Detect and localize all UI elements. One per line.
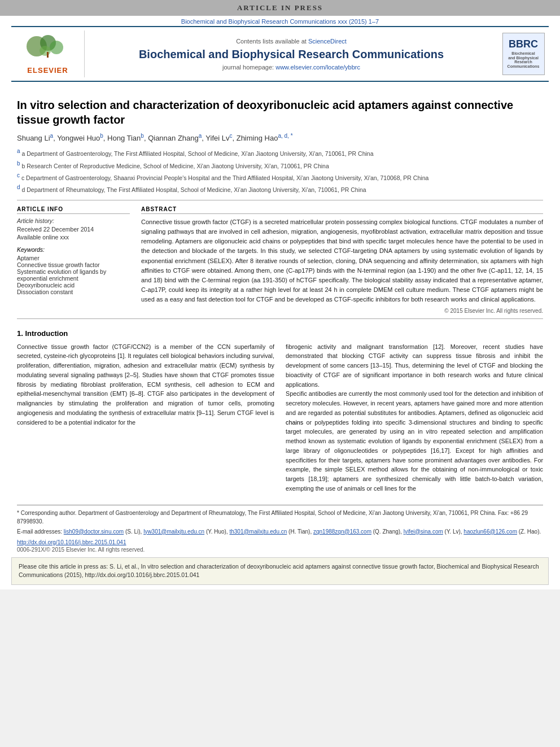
email-yifei[interactable]: lyifei@sina.com: [404, 528, 443, 535]
aff-b: b b Research Center of Reproductive Medi…: [17, 159, 543, 171]
aff-a: a a Department of Gastroenterology, The …: [17, 147, 543, 158]
emails-prefix: E-mail addresses:: [17, 528, 62, 535]
homepage-label: journal homepage:: [222, 64, 274, 71]
email-yongwei[interactable]: lyw301@mailxjtu.edu.cn: [143, 528, 204, 535]
kw-aptamer: Aptamer: [17, 255, 130, 261]
bbrc-logo: BBRC Biochemicaland BiophysicalResearchC…: [502, 33, 545, 75]
journal-title: Biochemical and Biophysical Research Com…: [139, 47, 444, 62]
elsevier-logo-area: ELSEVIER: [11, 30, 85, 77]
intro-right-col: fibrogenic activity and malignant transf…: [286, 342, 543, 493]
article-in-press-banner: ARTICLE IN PRESS: [0, 0, 560, 16]
author-zhiming-sup: a, d, *: [278, 133, 292, 139]
intro-right-p1: fibrogenic activity and malignant transf…: [286, 342, 543, 390]
homepage-link[interactable]: www.elsevier.com/locate/ybbrc: [275, 64, 360, 71]
keywords-label: Keywords:: [17, 246, 130, 253]
received-date: Received 22 December 2014: [17, 226, 130, 233]
author-zhiming: Zhiming Hao: [237, 134, 278, 142]
kw-selex: Systematic evolution of ligands by expon…: [17, 268, 130, 282]
copyright-line: © 2015 Elsevier Inc. All rights reserved…: [141, 308, 543, 314]
author-qiannan: Qiannan Zhang: [148, 134, 199, 142]
aff-d: d d Department of Rheumatology, The Firs…: [17, 183, 543, 194]
journal-reference: Biochemical and Biophysical Research Com…: [0, 16, 560, 26]
author-hong: Hong Tian: [107, 134, 141, 142]
divider-1: [17, 200, 543, 200]
author-yifei: Yifei Lv: [205, 134, 229, 142]
email-line: E-mail addresses: lish09@doctor.sinu.com…: [17, 527, 543, 536]
sciencedirect-line: Contents lists available at ScienceDirec…: [236, 38, 347, 45]
abstract-label: ABSTRACT: [141, 206, 543, 214]
article-title: In vitro selection and characterization …: [17, 98, 543, 127]
author-shuang-sup: a: [50, 133, 54, 139]
intro-right-p2: Specific antibodies are currently the mo…: [286, 389, 543, 493]
abstract-text: Connective tissue growth factor (CTGF) i…: [141, 217, 543, 304]
email-qiannan[interactable]: zqn1988zqn@163.com: [313, 528, 371, 535]
author-yongwei: Yongwei Huo: [57, 134, 100, 142]
email-shuang[interactable]: lish09@doctor.sinu.com: [64, 528, 124, 535]
footnotes: * Corresponding author. Department of Ga…: [17, 505, 543, 536]
issn-line: 0006-291X/© 2015 Elsevier Inc. All right…: [17, 547, 543, 553]
bbrc-subtitle: Biochemicaland BiophysicalResearchCommun…: [508, 51, 540, 69]
article-history: Article history: Received 22 December 20…: [17, 217, 130, 241]
doi-line: http://dx.doi.org/10.1016/j.bbrc.2015.01…: [17, 539, 543, 545]
introduction-section: 1. Introduction Connective tissue growth…: [17, 329, 543, 493]
history-label: Article history:: [17, 217, 130, 224]
kw-dna: Deoxyribonucleic acid: [17, 282, 130, 289]
elsevier-label: ELSEVIER: [27, 66, 68, 75]
available-online: Available online xxx: [17, 234, 130, 241]
sciencedirect-link[interactable]: ScienceDirect: [308, 38, 347, 45]
affiliations: a a Department of Gastroenterology, The …: [17, 147, 543, 194]
author-yongwei-sup: b: [100, 133, 103, 139]
keywords-section: Keywords: Aptamer Connective tissue grow…: [17, 246, 130, 295]
article-info-col: ARTICLE INFO Article history: Received 2…: [17, 206, 130, 313]
svg-point-3: [40, 46, 51, 56]
email-zhiming[interactable]: haozlun66@126.com: [463, 528, 517, 535]
svg-point-2: [50, 41, 63, 54]
bbrc-letters: BBRC: [509, 39, 538, 50]
corresponding-note: * Corresponding author. Department of Ga…: [17, 509, 543, 526]
author-qiannan-sup: a: [199, 133, 202, 139]
article-content: In vitro selection and characterization …: [0, 82, 560, 499]
elsevier-logo: [20, 34, 76, 65]
journal-header: ELSEVIER Contents lists available at Sci…: [11, 26, 549, 82]
journal-header-center: Contents lists available at ScienceDirec…: [85, 30, 498, 77]
doi-link[interactable]: http://dx.doi.org/10.1016/j.bbrc.2015.01…: [17, 539, 126, 545]
author-hong-sup: b: [141, 133, 144, 139]
intro-body: Connective tissue growth factor (CTGF/CC…: [17, 342, 543, 493]
svg-rect-4: [47, 52, 49, 58]
sciencedirect-prefix: Contents lists available at: [236, 38, 308, 45]
intro-left-col: Connective tissue growth factor (CTGF/CC…: [17, 342, 274, 493]
chains-word: chains: [286, 419, 303, 426]
email-hong[interactable]: th301@mailxjtu.edu.cn: [229, 528, 287, 535]
divider-2: [17, 318, 543, 319]
kw-ctgf: Connective tissue growth factor: [17, 261, 130, 268]
intro-left-text: Connective tissue growth factor (CTGF/CC…: [17, 342, 274, 427]
authors-line: Shuang Lia, Yongwei Huob, Hong Tianb, Qi…: [17, 133, 543, 142]
intro-heading: 1. Introduction: [17, 329, 543, 338]
abstract-col: ABSTRACT Connective tissue growth factor…: [141, 206, 543, 313]
journal-homepage: journal homepage: www.elsevier.com/locat…: [222, 64, 360, 71]
author-shuang: Shuang Li: [17, 134, 50, 142]
kw-kd: Dissociation constant: [17, 289, 130, 295]
bbrc-logo-area: BBRC Biochemicaland BiophysicalResearchC…: [498, 30, 549, 77]
info-abstract-section: ARTICLE INFO Article history: Received 2…: [17, 206, 543, 313]
article-info-label: ARTICLE INFO: [17, 206, 130, 214]
cite-box: Please cite this article in press as: S.…: [11, 557, 549, 586]
author-yifei-sup: c: [229, 133, 232, 139]
aff-c: c c Department of Gastroenterology, Shaa…: [17, 171, 543, 182]
